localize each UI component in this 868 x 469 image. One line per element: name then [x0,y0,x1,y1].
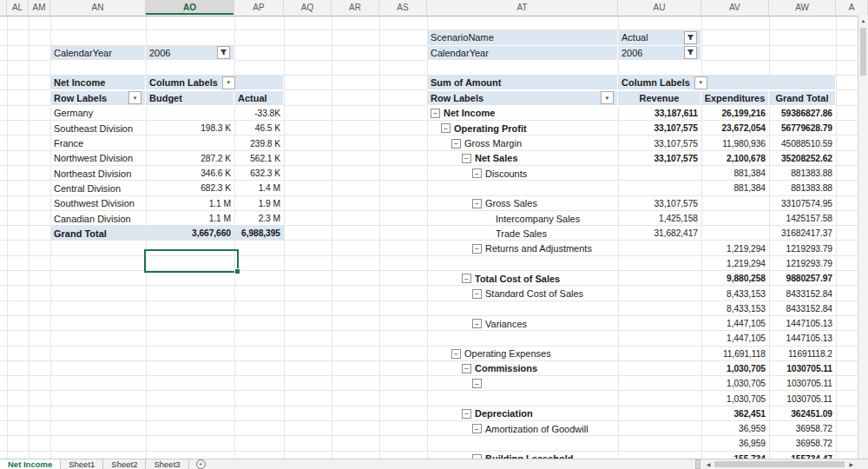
budget-cell[interactable]: 682.3 K [146,181,234,195]
chevron-down-icon[interactable]: ▼ [222,76,235,89]
grand-total-cell[interactable]: 1030705.11 [769,376,836,391]
grand-total-cell[interactable]: 33107574.95 [769,196,836,211]
right-row-labels-cell[interactable]: Row Labels ▼ [427,91,618,106]
grand-total-cell[interactable]: 8433152.84 [769,301,836,316]
actual-cell[interactable]: 239.8 K [234,135,284,150]
expenditures-cell[interactable]: 1,447,105 [701,331,769,346]
column-header[interactable]: AS [379,0,427,15]
expenditures-cell[interactable]: 1,030,705 [701,376,769,391]
column-header[interactable]: AU [618,0,701,15]
grand-total-budget[interactable]: 3,667,660 [146,226,234,241]
column-header[interactable]: AP [234,0,284,15]
revenue-cell[interactable]: 33,107,575 [618,151,701,166]
value-column-header[interactable]: Budget [146,91,234,106]
actual-cell[interactable]: 632.3 K [234,166,284,181]
row-label-cell[interactable]: Canadian Division [50,211,146,226]
collapse-icon[interactable]: − [472,289,482,299]
row-label-cell[interactable]: − Standard Cost of Sales [427,286,618,301]
row-label-cell[interactable]: − [427,181,618,195]
add-sheet-button[interactable]: + [196,459,206,469]
revenue-cell[interactable] [618,361,701,376]
vertical-scrollbar[interactable]: ▲ [858,16,868,459]
grand-total-cell[interactable]: 1219293.79 [769,241,836,255]
revenue-cell[interactable] [618,391,701,406]
expenditures-cell[interactable]: 36,959 [701,421,769,436]
row-label-cell[interactable]: Central Division [50,181,146,195]
scrollbar-thumb[interactable] [860,28,866,76]
column-header[interactable]: A [836,0,868,15]
collapse-icon[interactable]: − [462,274,471,283]
collapse-icon[interactable]: − [472,168,482,178]
collapse-icon[interactable]: − [462,154,471,163]
grand-total-cell[interactable]: 1030705.11 [769,391,836,406]
grand-total-cell[interactable]: 1447105.13 [769,316,836,331]
grand-total-cell[interactable]: 59386827.86 [769,106,836,121]
left-filter-label-cell[interactable]: CalendarYear [50,46,146,61]
collapse-icon[interactable]: − [451,349,461,359]
left-pivot-measure-cell[interactable]: Net Income [50,76,146,90]
expenditures-cell[interactable]: 1,219,294 [701,241,769,255]
sheet-tab[interactable]: Sheet2 [103,459,146,469]
scroll-left-icon[interactable]: ◀ [704,461,713,467]
collapse-icon[interactable]: − [472,319,482,328]
sheet-tab[interactable]: Sheet1 [61,459,103,469]
horizontal-scrollbar[interactable]: ◀ ▶ [704,461,856,467]
column-header-stub[interactable] [0,0,7,16]
left-filter-value-cell[interactable]: 2006 [146,46,234,61]
row-label-cell[interactable]: − [427,391,618,406]
row-label-cell[interactable]: − [427,301,618,316]
expenditures-cell[interactable]: 362,451 [701,406,769,421]
grand-total-cell[interactable]: 362451.09 [769,406,836,421]
row-label-cell[interactable]: − Amortization of Goodwill [427,421,618,436]
collapse-icon[interactable]: − [441,123,450,133]
revenue-cell[interactable] [618,166,701,181]
right-pivot-measure-cell[interactable]: Sum of Amount [427,76,618,90]
grand-total-cell[interactable]: 9880257.97 [769,271,836,286]
filter-icon[interactable] [684,31,697,44]
sheet-tab[interactable]: Sheet3 [146,459,188,469]
collapse-icon[interactable]: − [462,364,471,373]
column-header[interactable]: AR [332,0,379,15]
grand-total-cell[interactable]: 35208252.62 [769,151,836,166]
revenue-cell[interactable] [618,181,701,195]
grand-total-cell[interactable]: 36958.72 [769,421,836,436]
grand-total-label[interactable]: Grand Total [50,226,146,241]
revenue-cell[interactable] [618,406,701,421]
expenditures-cell[interactable]: 1,030,705 [701,391,769,406]
row-label-cell[interactable]: Northwest Division [50,151,146,166]
column-header[interactable]: AO [146,0,234,15]
row-label-cell[interactable]: Southeast Division [50,121,146,135]
chevron-down-icon[interactable]: ▼ [601,91,614,104]
grand-total-cell[interactable]: 45088510.59 [769,135,836,150]
expenditures-cell[interactable]: 1,447,105 [701,316,769,331]
grand-total-cell[interactable]: 1425157.58 [769,211,836,226]
row-label-cell[interactable]: − Gross Sales [427,196,618,211]
row-label-cell[interactable]: Germany [50,106,146,121]
expenditures-cell[interactable]: 1,219,294 [701,256,769,271]
budget-cell[interactable]: 198.3 K [146,121,234,135]
row-label-cell[interactable]: France [50,135,146,150]
row-label-cell[interactable]: − [427,256,618,271]
revenue-cell[interactable] [618,271,701,286]
grand-total-cell[interactable]: 881383.88 [769,166,836,181]
expenditures-cell[interactable]: 36,959 [701,436,769,451]
grand-total-cell[interactable]: 1030705.11 [769,361,836,376]
grand-total-cell[interactable]: 36958.72 [769,436,836,451]
revenue-cell[interactable] [618,316,701,331]
row-label-cell[interactable]: − [427,436,618,451]
column-header[interactable]: AW [769,0,836,15]
row-label-cell[interactable]: − [427,331,618,346]
expenditures-cell[interactable]: 9,880,258 [701,271,769,286]
row-label-cell[interactable]: − Operating Expenses [427,347,618,361]
revenue-cell[interactable] [618,256,701,271]
budget-cell[interactable]: 287.2 K [146,151,234,166]
expenditures-cell[interactable]: 23,672,054 [701,121,769,135]
scrollbar-split-handle[interactable] [695,459,700,469]
filter-value-cell[interactable]: Actual [618,30,701,45]
expenditures-cell[interactable] [701,226,769,241]
expenditures-cell[interactable]: 881,384 [701,181,769,195]
budget-cell[interactable] [146,135,234,150]
grand-total-cell[interactable]: 881383.88 [769,181,836,195]
scroll-right-icon[interactable]: ▶ [846,461,856,467]
selected-cell[interactable] [144,249,239,273]
